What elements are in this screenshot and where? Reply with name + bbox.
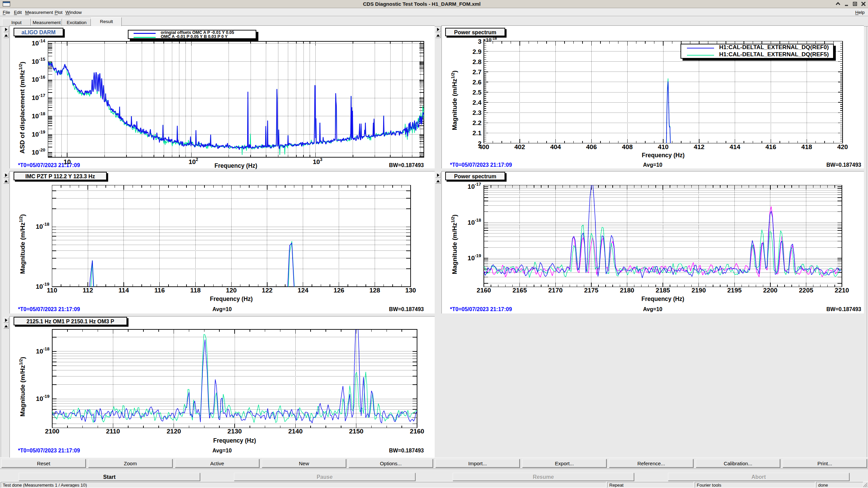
menu-window[interactable]: Window (65, 9, 82, 15)
chart-title-p3: IMC PZT P 112.2 Y 123.3 Hz (14, 172, 107, 180)
titlebar: CDS Diagnostic Test Tools - H1_DARM_FOM.… (0, 0, 868, 8)
toolbar-button-print[interactable]: Print... (783, 459, 867, 468)
menu-edit[interactable]: Edit (13, 9, 22, 15)
menu-measurement[interactable]: Measurement (24, 9, 54, 15)
plot-toolbar: ResetZoomActiveNewOptions...Import...Exp… (0, 458, 868, 468)
svg-text:10-18: 10-18 (36, 346, 50, 355)
control-button-abort: Abort (668, 473, 849, 481)
resize-grip-icon[interactable] (863, 483, 868, 487)
toolbar-button-import[interactable]: Import... (435, 459, 520, 468)
tabbar: InputMeasurementExcitationResult (0, 17, 868, 26)
chart-title-p5: 2125.1 Hz OM1 P 2150.1 Hz OM3 P (14, 317, 127, 325)
control-button-start[interactable]: Start (19, 473, 200, 481)
status-segment-0: Test done (Measurements 1 / Averages 10) (1, 482, 606, 488)
minimize-icon[interactable] (844, 1, 849, 6)
app-window: CDS Diagnostic Test Tools - H1_DARM_FOM.… (0, 0, 868, 488)
chart-title-p2: Power spectrum (445, 28, 505, 36)
tab-input[interactable]: Input (2, 19, 31, 26)
menu-plot[interactable]: Plot (54, 9, 63, 15)
legend-line-p2-1 (687, 55, 714, 56)
status-segment-3: done (816, 482, 863, 488)
toolbar-button-calibration[interactable]: Calibration... (696, 459, 780, 468)
legend-line-p1-1 (134, 37, 156, 38)
menubar: FileEditMeasurementPlotWindowHelp (0, 8, 868, 16)
result-page: aLIGO DARM1010210310-1410-1510-1610-1710… (0, 26, 868, 458)
maximize-icon[interactable] (852, 1, 858, 6)
svg-text:2120: 2120 (167, 428, 181, 435)
svg-text:10-19: 10-19 (36, 394, 50, 402)
chart-svg-p5: 210021102120213021402150216010-1810-19 (0, 26, 868, 458)
legend-line-p1-0 (134, 33, 156, 34)
chart-legend-p2: H1:CAL-DELTAL_EXTERNAL_DQ(REF0)H1:CAL-DE… (680, 44, 834, 59)
legend-label-p1-1: OMC A -0.01 P 0.05 Y B 0.03 P 0 Y (161, 34, 228, 39)
legend-label-p2-0: H1:CAL-DELTAL_EXTERNAL_DQ(REF0) (719, 44, 829, 51)
chart-title-p1: aLIGO DARM (14, 28, 63, 36)
close-icon[interactable] (861, 1, 866, 6)
svg-text:2150: 2150 (349, 428, 363, 435)
svg-text:2130: 2130 (228, 428, 242, 435)
toolbar-button-options[interactable]: Options... (349, 459, 433, 468)
shade-icon[interactable] (835, 1, 841, 6)
axis-multiplier-p2: ×10-18 (483, 36, 497, 43)
svg-text:2140: 2140 (288, 428, 302, 435)
toolbar-button-export[interactable]: Export... (522, 459, 607, 468)
menu-help[interactable]: Help (854, 9, 865, 15)
control-button-pause: Pause (234, 473, 415, 481)
status-segment-2: Fourier tools (695, 482, 815, 488)
legend-label-p2-1: H1:CAL-DELTAL_EXTERNAL_DQ(REF5) (719, 51, 829, 58)
chart-legend-p1: oringial offsets OMC A P -0.01 Y 0.05OMC… (128, 30, 256, 39)
svg-text:2160: 2160 (410, 428, 424, 435)
tab-result[interactable]: Result (91, 17, 122, 26)
tab-excitation[interactable]: Excitation (62, 19, 91, 26)
menu-file[interactable]: File (2, 9, 11, 15)
window-title: CDS Diagnostic Test Tools - H1_DARM_FOM.… (0, 1, 844, 7)
chart-title-p4: Power spectrum (445, 172, 505, 180)
statusbar: Test done (Measurements 1 / Averages 10)… (0, 481, 868, 488)
control-button-resume: Resume (453, 473, 634, 481)
toolbar-button-reference[interactable]: Reference... (609, 459, 693, 468)
toolbar-button-reset[interactable]: Reset (1, 459, 86, 468)
toolbar-button-new[interactable]: New (262, 459, 346, 468)
toolbar-button-zoom[interactable]: Zoom (88, 459, 173, 468)
tab-measurement[interactable]: Measurement (31, 19, 62, 26)
toolbar-button-active[interactable]: Active (175, 459, 259, 468)
controls-separator (0, 469, 868, 469)
legend-line-p2-0 (687, 48, 714, 48)
svg-text:2100: 2100 (45, 428, 59, 435)
svg-text:2110: 2110 (106, 428, 120, 435)
status-segment-1: Repeat (607, 482, 694, 488)
